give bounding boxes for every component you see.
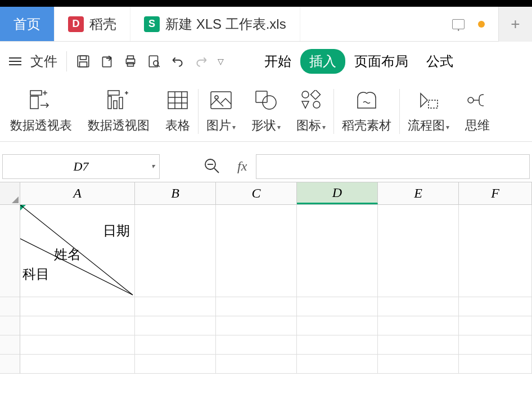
shapes-label: 形状▾ — [251, 117, 281, 134]
tab-start[interactable]: 开始 — [255, 49, 300, 74]
pivot-table-label: 数据透视表 — [10, 117, 72, 134]
row-header-5[interactable] — [0, 355, 20, 374]
cell-b5[interactable] — [135, 355, 216, 374]
svg-rect-27 — [429, 100, 438, 108]
cell-a4[interactable] — [20, 335, 135, 355]
pivot-chart-button[interactable]: 数据透视图 — [80, 89, 157, 134]
cell-f3[interactable] — [459, 316, 532, 335]
cell-d2[interactable] — [297, 297, 378, 316]
name-box-value: D7 — [74, 159, 89, 174]
row-header-4[interactable] — [0, 335, 20, 355]
undo-button[interactable] — [166, 50, 190, 73]
undo-icon — [170, 54, 185, 69]
icons-button[interactable]: 图标▾ — [288, 89, 333, 134]
cell-e3[interactable] — [378, 316, 459, 335]
row-header-2[interactable] — [0, 297, 20, 316]
cell-f4[interactable] — [459, 335, 532, 355]
hamburger-menu[interactable] — [4, 51, 26, 72]
cell-c3[interactable] — [216, 316, 297, 335]
cell-a2[interactable] — [20, 297, 135, 316]
col-header-a[interactable]: A — [20, 182, 135, 204]
cell-e4[interactable] — [378, 335, 459, 355]
name-box[interactable]: D7 ▾ — [2, 154, 160, 179]
cell-e5[interactable] — [378, 355, 459, 374]
cell-d1[interactable] — [297, 205, 378, 297]
table-label: 表格 — [165, 117, 190, 134]
formula-input[interactable] — [256, 154, 530, 179]
cell-e2[interactable] — [378, 297, 459, 316]
cell-b4[interactable] — [135, 335, 216, 355]
tab-docer[interactable]: D 稻壳 — [55, 7, 130, 41]
cell-d5[interactable] — [297, 355, 378, 374]
cell-c2[interactable] — [216, 297, 297, 316]
file-menu[interactable]: 文件 — [26, 48, 62, 75]
tab-docer-label: 稻壳 — [89, 15, 116, 33]
col-header-f[interactable]: F — [459, 182, 532, 204]
svg-rect-6 — [128, 62, 134, 66]
cell-f1[interactable] — [459, 205, 532, 297]
cell-e1[interactable] — [378, 205, 459, 297]
svg-rect-20 — [211, 92, 231, 109]
qat-dropdown[interactable]: ▽ — [213, 57, 228, 66]
pivot-table-button[interactable]: 数据透视表 — [2, 89, 80, 134]
flowchart-button[interactable]: 流程图▾ — [400, 89, 457, 134]
save-button[interactable] — [71, 50, 95, 73]
shapes-icon — [254, 89, 278, 111]
pivot-chart-label: 数据透视图 — [88, 117, 150, 134]
redo-button[interactable] — [190, 50, 213, 73]
docer-material-label: 稻壳素材 — [342, 117, 391, 134]
shapes-button[interactable]: 形状▾ — [244, 89, 288, 134]
print-button[interactable] — [119, 50, 142, 73]
cell-b2[interactable] — [135, 297, 216, 316]
spreadsheet-icon: S — [144, 16, 160, 32]
redo-icon — [194, 54, 209, 69]
picture-button[interactable]: 图片▾ — [199, 89, 244, 134]
docer-icon: D — [68, 16, 84, 32]
col-header-c[interactable]: C — [216, 182, 297, 204]
cell-b1[interactable] — [135, 205, 216, 297]
zoom-out-button[interactable] — [204, 158, 222, 176]
chevron-down-icon: ▾ — [151, 162, 155, 171]
formula-bar: D7 ▾ fx — [0, 151, 532, 182]
row-header-1[interactable] — [0, 205, 20, 297]
file-label: 文件 — [30, 52, 57, 70]
preview-button[interactable] — [142, 50, 166, 73]
cell-c5[interactable] — [216, 355, 297, 374]
col-header-e[interactable]: E — [378, 182, 459, 204]
preview-icon — [147, 54, 161, 69]
tab-page-layout[interactable]: 页面布局 — [345, 49, 417, 74]
mindmap-button[interactable]: 思维 — [457, 89, 498, 134]
cell-d4[interactable] — [297, 335, 378, 355]
cell-b3[interactable] — [135, 316, 216, 335]
table-icon — [165, 89, 190, 111]
cell-f5[interactable] — [459, 355, 532, 374]
export-button[interactable] — [95, 50, 119, 73]
cell-c1[interactable] — [216, 205, 297, 297]
record-indicator-icon[interactable] — [478, 21, 485, 28]
new-tab-button[interactable]: + — [498, 7, 532, 42]
presenter-icon[interactable] — [452, 19, 465, 29]
col-header-b[interactable]: B — [135, 182, 216, 204]
tab-sheet[interactable]: S 新建 XLS 工作表.xls — [130, 7, 300, 41]
cell-f2[interactable] — [459, 297, 532, 316]
title-bar — [0, 0, 532, 7]
cell-d3[interactable] — [297, 316, 378, 335]
col-header-d[interactable]: D — [297, 182, 378, 204]
svg-point-21 — [215, 96, 218, 99]
cell-a1[interactable]: 日期 姓名 科目 — [20, 205, 135, 297]
table-button[interactable]: 表格 — [157, 89, 198, 134]
cell-a3[interactable] — [20, 316, 135, 335]
flowchart-icon — [416, 89, 441, 111]
svg-point-25 — [313, 101, 320, 108]
icons-icon — [299, 89, 323, 111]
row-header-3[interactable] — [0, 316, 20, 335]
tab-insert[interactable]: 插入 — [300, 49, 345, 74]
tab-home[interactable]: 首页 — [0, 7, 55, 41]
tab-formula[interactable]: 公式 — [417, 49, 462, 74]
docer-material-button[interactable]: 稻壳素材 — [334, 89, 399, 134]
cell-c4[interactable] — [216, 335, 297, 355]
fx-label[interactable]: fx — [237, 159, 247, 174]
cell-a5[interactable] — [20, 355, 135, 374]
select-all-corner[interactable] — [0, 182, 20, 204]
mindmap-label: 思维 — [465, 117, 490, 134]
